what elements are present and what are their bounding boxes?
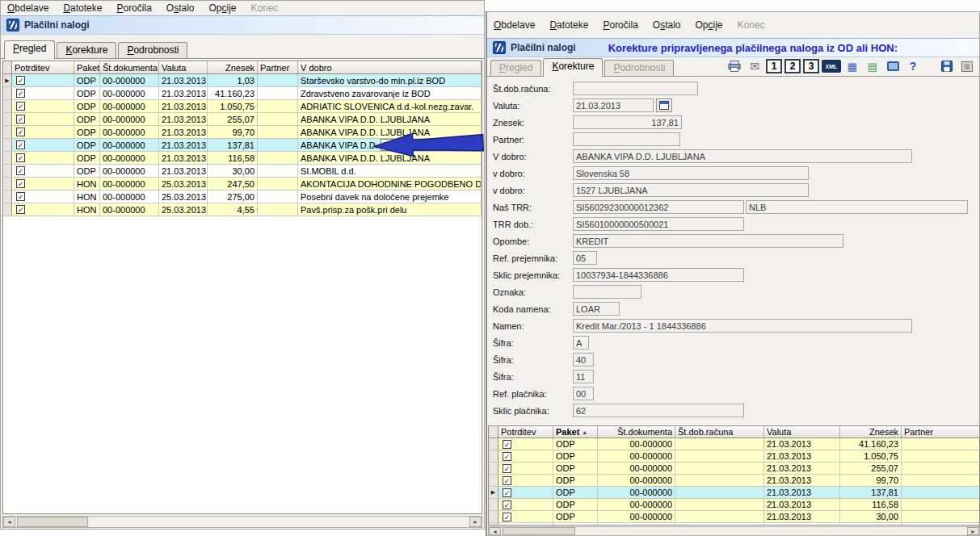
checkbox-checked-icon[interactable]: ✓ <box>503 513 511 521</box>
column-header-potrditev[interactable]: Potrditev <box>12 61 74 73</box>
menu-item-obdelave[interactable]: Obdelave <box>7 2 48 14</box>
field-partner[interactable] <box>573 132 680 146</box>
column-header-t-dokumenta[interactable]: Št.dokumenta <box>100 61 159 73</box>
tab-korekture[interactable]: Korekture <box>543 58 603 77</box>
field-oznaka[interactable] <box>573 285 641 299</box>
checkbox-checked-icon[interactable]: ✓ <box>16 205 25 214</box>
table-row[interactable]: ✓ODP00-00000021.03.201341.160,23 <box>489 438 979 450</box>
menu-item-datoteke[interactable]: Datoteke <box>549 19 588 31</box>
checkbox-checked-icon[interactable]: ✓ <box>16 76 25 85</box>
field-namen[interactable]: Kredit Mar./2013 - 1 1844336886 <box>573 319 912 333</box>
checkbox-checked-icon[interactable]: ✓ <box>503 464 511 473</box>
checkbox-checked-icon[interactable]: ✓ <box>16 166 25 175</box>
field-sklic-prejemnika[interactable]: 10037934-1844336886 <box>573 268 744 282</box>
export-table-button[interactable]: ▦ <box>843 58 861 74</box>
checkbox-checked-icon[interactable]: ✓ <box>16 179 25 188</box>
checkbox-checked-icon[interactable]: ✓ <box>503 488 511 497</box>
table-row[interactable]: ✓ODP00-00000021.03.201399,70 <box>489 475 979 487</box>
table-row[interactable]: ✓ODP00-00000021.03.201330,00SI.MOBIL d.d… <box>3 165 482 178</box>
table-row[interactable]: ✓HON00-00000025.03.20134,55Pavš.prisp.za… <box>3 203 482 216</box>
column-header-znesek[interactable]: Znesek <box>840 426 902 438</box>
menu-item-opcije[interactable]: Opcije <box>209 2 237 14</box>
field-znesek[interactable]: 137,81 <box>573 115 682 129</box>
table-row[interactable]: ✓ODP00-00000021.03.2013255,07ABANKA VIPA… <box>3 113 482 126</box>
checkbox-checked-icon[interactable]: ✓ <box>16 102 25 111</box>
column-header-partner[interactable]: Partner <box>258 61 298 73</box>
column-header-paket[interactable]: Paket <box>74 61 100 73</box>
scroll-left-icon[interactable]: ◄ <box>3 517 15 527</box>
checkbox-checked-icon[interactable]: ✓ <box>503 476 511 485</box>
column-header-v-dobro[interactable]: V dobro <box>298 61 482 73</box>
column-header-valuta[interactable]: Valuta <box>764 426 840 438</box>
checkbox-checked-icon[interactable]: ✓ <box>503 525 511 526</box>
table-row[interactable]: ▶✓ODP00-00000021.03.2013137,81 <box>489 487 979 499</box>
preview-button[interactable] <box>884 58 902 74</box>
scrollbar-track[interactable] <box>15 517 469 527</box>
save-button[interactable] <box>938 58 956 74</box>
menu-item-poro-ila[interactable]: Poročila <box>603 19 637 31</box>
field-ifra[interactable]: 11 <box>573 370 594 383</box>
mail-button[interactable]: ✉ <box>746 58 763 74</box>
calendar-picker-button[interactable] <box>656 98 672 112</box>
menu-item-opcije[interactable]: Opcije <box>696 19 723 31</box>
checkbox-checked-icon[interactable]: ✓ <box>16 115 25 124</box>
field-ref-prejemnika[interactable]: 05 <box>573 251 597 265</box>
table-row[interactable]: ✓ODP00-00000021.03.20131.050,75ADRIATIC … <box>3 100 482 113</box>
field-v-dobro[interactable]: Slovenska 58 <box>573 166 809 180</box>
field-na-trr-bank[interactable]: NLB <box>746 200 968 214</box>
field-v-dobro[interactable]: 1527 LJUBLJANA <box>573 183 809 197</box>
checkbox-checked-icon[interactable]: ✓ <box>503 500 511 509</box>
close-button[interactable] <box>958 58 976 74</box>
field-na-trr[interactable]: SI56029230000012362 <box>573 200 744 214</box>
scroll-right-icon[interactable]: ► <box>469 517 482 527</box>
menu-item-obdelave[interactable]: Obdelave <box>494 19 535 31</box>
column-header-t-dokumenta[interactable]: Št.dokumenta <box>598 426 675 438</box>
table-row[interactable]: ✓ODP00-00000021.03.2013255,07 <box>489 463 979 475</box>
field-ifra[interactable]: 40 <box>573 353 594 366</box>
table-row[interactable]: ✓ODP00-00000021.03.20131.050,75 <box>489 450 979 463</box>
field-v-dobro[interactable]: ABANKA VIPA D.D. LJUBLJANA <box>573 149 912 163</box>
menu-item-ostalo[interactable]: Ostalo <box>166 2 195 14</box>
column-header-valuta[interactable]: Valuta <box>159 61 208 73</box>
table-row[interactable]: ✓HON00-00000025.03.2013247,50AKONTACIJA … <box>3 178 482 191</box>
print-button[interactable] <box>726 58 743 74</box>
checkbox-checked-icon[interactable]: ✓ <box>16 153 25 162</box>
field-sklic-pla-nika[interactable]: 62 <box>573 404 744 417</box>
view-3-button[interactable]: 3 <box>803 59 819 73</box>
menu-item-datoteke[interactable]: Datoteke <box>63 2 102 14</box>
field-trr-dob[interactable]: SI56010000000500021 <box>573 217 744 231</box>
table-row[interactable]: ✓ODP00-00000021.03.2013116,58 <box>489 499 979 511</box>
checkbox-checked-icon[interactable]: ✓ <box>503 452 511 461</box>
scroll-right-icon[interactable]: ► <box>967 527 979 535</box>
field-t-dob-ra-una[interactable] <box>573 82 698 95</box>
table-row[interactable]: ▶✓ODP00-00000021.03.20131,03Starševsko v… <box>3 74 482 87</box>
field-ifra[interactable]: A <box>573 336 589 350</box>
copy-table-button[interactable]: ▤ <box>864 58 881 74</box>
checkbox-checked-icon[interactable]: ✓ <box>16 128 25 136</box>
column-header-paket[interactable]: Paket▲ <box>553 426 598 438</box>
checkbox-checked-icon[interactable]: ✓ <box>16 140 25 149</box>
menu-item-poro-ila[interactable]: Poročila <box>116 2 151 14</box>
column-header-potrditev[interactable]: Potrditev <box>498 426 553 438</box>
field-ref-pla-nika[interactable]: 00 <box>573 387 594 400</box>
tab-korekture[interactable]: Korekture <box>57 42 116 58</box>
column-header-t-dob-ra-una[interactable]: Št.dob.računa <box>675 426 764 438</box>
checkbox-checked-icon[interactable]: ✓ <box>503 440 511 449</box>
column-header-znesek[interactable]: Znesek <box>208 61 258 73</box>
scrollbar-thumb[interactable] <box>17 517 88 527</box>
field-valuta[interactable]: 21.03.2013 <box>573 98 654 112</box>
scrollbar-track[interactable] <box>501 527 967 535</box>
checkbox-checked-icon[interactable]: ✓ <box>16 89 25 98</box>
view-2-button[interactable]: 2 <box>784 59 801 73</box>
scroll-left-icon[interactable]: ◄ <box>489 527 501 535</box>
field-opombe[interactable]: KREDIT <box>573 234 843 248</box>
column-header-partner[interactable]: Partner <box>902 426 979 438</box>
checkbox-checked-icon[interactable]: ✓ <box>16 192 25 201</box>
tab-pregled[interactable]: Pregled <box>4 40 55 59</box>
view-1-button[interactable]: 1 <box>766 59 782 73</box>
scrollbar-thumb[interactable] <box>503 527 575 535</box>
table-row[interactable]: ✓HON00-00000025.03.2013275,00Posebni dav… <box>3 191 482 203</box>
table-row[interactable]: ✓ODP00-00000021.03.201341.160,23Zdravstv… <box>3 87 482 100</box>
xml-export-button[interactable]: XML <box>822 60 841 73</box>
tab-podrobnosti[interactable]: Podrobnosti <box>118 42 187 58</box>
